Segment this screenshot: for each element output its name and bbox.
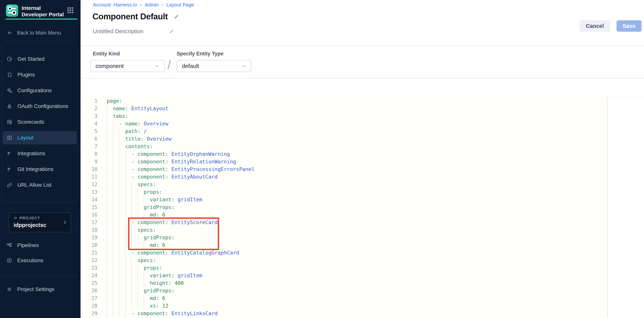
code-text: gridProps: bbox=[102, 203, 174, 211]
code-line[interactable]: 29 - component: EntityLinksCard bbox=[80, 310, 607, 317]
code-line[interactable]: 21 - component: EntityCatalogGraphCard bbox=[80, 249, 607, 256]
code-line[interactable]: 7 contents: bbox=[80, 143, 607, 150]
code-line[interactable]: 28 xs: 12 bbox=[80, 302, 607, 310]
sidebar-item-label: Get Started bbox=[18, 56, 44, 62]
code-text: variant: gridItem bbox=[102, 196, 202, 203]
breadcrumb-item[interactable]: Admin bbox=[144, 2, 159, 8]
code-line[interactable]: 9 - component: EntityRelationWarning bbox=[80, 158, 607, 165]
gears-icon bbox=[6, 88, 12, 94]
code-line[interactable]: 25 height: 400 bbox=[80, 279, 607, 287]
line-number: 28 bbox=[80, 302, 102, 310]
code-line[interactable]: 11 - component: EntityAboutCard bbox=[80, 173, 607, 181]
code-text: - component: EntityProcessingErrorsPanel bbox=[102, 165, 254, 173]
entity-type-value: default bbox=[182, 63, 241, 69]
sidebar-item-integrations[interactable]: Integrations bbox=[3, 147, 76, 160]
entity-kind-select[interactable]: component bbox=[90, 60, 164, 72]
line-number: 18 bbox=[80, 226, 102, 234]
line-number: 10 bbox=[80, 165, 102, 173]
breadcrumb-separator: › bbox=[140, 2, 142, 8]
code-line[interactable]: 22 specs: bbox=[80, 256, 607, 264]
entity-kind-label: Entity Kind bbox=[93, 51, 120, 57]
code-line[interactable]: 27 md: 6 bbox=[80, 294, 607, 302]
code-line[interactable]: 14 variant: gridItem bbox=[80, 196, 607, 203]
code-line[interactable]: 8 - component: EntityOrphanWarning bbox=[80, 150, 607, 158]
code-line[interactable]: 24 variant: gridItem bbox=[80, 272, 607, 279]
sidebar-item-configurations[interactable]: Configurations bbox=[3, 84, 76, 97]
line-number: 21 bbox=[80, 249, 102, 256]
code-text: props: bbox=[102, 264, 162, 272]
back-to-main-menu[interactable]: Back to Main Menu bbox=[7, 29, 61, 37]
line-number: 27 bbox=[80, 294, 102, 302]
code-text: md: 6 bbox=[102, 294, 165, 302]
code-line[interactable]: 26 gridProps: bbox=[80, 287, 607, 294]
app-logo-icon bbox=[6, 5, 18, 17]
sidebar-item-oauth-configurations[interactable]: OAuth Configurations bbox=[3, 100, 76, 113]
project-name: idpprojectsc bbox=[14, 222, 67, 228]
line-number: 20 bbox=[80, 241, 102, 249]
line-number: 1 bbox=[80, 97, 102, 105]
back-to-main-menu-label: Back to Main Menu bbox=[17, 30, 61, 36]
code-line[interactable]: 6 title: Overview bbox=[80, 135, 607, 143]
line-number: 7 bbox=[80, 143, 102, 150]
line-number: 6 bbox=[80, 135, 102, 143]
code-text: props: bbox=[102, 188, 162, 196]
code-line[interactable]: 5 path: / bbox=[80, 128, 607, 135]
code-text: - component: EntityCatalogGraphCard bbox=[102, 249, 239, 256]
line-number: 12 bbox=[80, 181, 102, 188]
code-line[interactable]: 23 props: bbox=[80, 264, 607, 272]
code-text: path: / bbox=[102, 128, 147, 135]
edit-description-pencil-icon[interactable] bbox=[169, 29, 174, 34]
code-line[interactable]: 10 - component: EntityProcessingErrorsPa… bbox=[80, 165, 607, 173]
sidebar-item-label: Layout bbox=[18, 135, 33, 141]
edit-title-pencil-icon[interactable] bbox=[173, 13, 180, 20]
code-line[interactable]: 1page: bbox=[80, 97, 607, 105]
page-description: Unititled Description bbox=[93, 28, 144, 35]
sidebar-nav: Get StartedPluginsConfigurationsOAuth Co… bbox=[2, 42, 77, 202]
code-line[interactable]: 13 props: bbox=[80, 188, 607, 196]
code-line[interactable]: 12 specs: bbox=[80, 181, 607, 188]
breadcrumb-separator: › bbox=[162, 2, 163, 8]
sidebar-item-project-settings[interactable]: Project Settings bbox=[2, 283, 77, 296]
main-content: Account: Harness.io›Admin›Layout Page Co… bbox=[80, 0, 644, 318]
executions-icon bbox=[6, 257, 12, 263]
entity-type-label: Specify Entity Type bbox=[177, 51, 224, 57]
breadcrumb-item[interactable]: Account: Harness.io bbox=[93, 2, 137, 8]
line-number: 19 bbox=[80, 234, 102, 241]
cancel-button[interactable]: Cancel bbox=[579, 20, 610, 32]
sidebar-item-get-started[interactable]: Get Started bbox=[3, 52, 76, 66]
app-logo-row: Internal Developer Portal bbox=[6, 5, 65, 18]
code-text: - name: Overview bbox=[102, 120, 168, 128]
line-number: 15 bbox=[80, 203, 102, 211]
code-line[interactable]: 15 gridProps: bbox=[80, 203, 607, 211]
sidebar-bottom-nav: PipelinesExecutions bbox=[2, 239, 77, 269]
sidebar-item-executions[interactable]: Executions bbox=[2, 254, 77, 267]
kind-type-separator: / bbox=[168, 58, 171, 72]
breadcrumb: Account: Harness.io›Admin›Layout Page bbox=[93, 2, 194, 8]
code-text: - component: EntityAboutCard bbox=[102, 173, 218, 181]
brand-divider bbox=[6, 19, 77, 20]
breadcrumb-item[interactable]: Layout Page bbox=[166, 2, 194, 8]
yaml-editor[interactable]: 1page:2 name: EntityLayout3 tabs:4 - nam… bbox=[80, 97, 608, 318]
save-button[interactable]: Save bbox=[616, 20, 642, 32]
entity-type-select[interactable]: default bbox=[177, 60, 251, 72]
sidebar-item-plugins[interactable]: Plugins bbox=[3, 68, 76, 81]
sidebar-item-git-integrations[interactable]: Git Integrations bbox=[3, 163, 76, 176]
sidebar: Internal Developer Portal Back to Main M… bbox=[0, 0, 80, 318]
line-number: 2 bbox=[80, 105, 102, 112]
module-grid-icon[interactable] bbox=[67, 7, 74, 14]
sidebar-item-url-allow-list[interactable]: URL Allow List bbox=[3, 178, 76, 192]
sidebar-item-scorecards[interactable]: Scorecards bbox=[3, 115, 76, 129]
sidebar-item-pipelines[interactable]: Pipelines bbox=[2, 239, 77, 252]
code-line[interactable]: 3 tabs: bbox=[80, 112, 607, 120]
code-line[interactable]: 4 - name: Overview bbox=[80, 120, 607, 128]
sidebar-item-layout[interactable]: Layout bbox=[3, 131, 76, 144]
project-selector[interactable]: PROJECT idpprojectsc bbox=[8, 212, 71, 232]
code-text: specs: bbox=[102, 181, 156, 188]
code-lines: 1page:2 name: EntityLayout3 tabs:4 - nam… bbox=[80, 97, 607, 317]
code-text: - component: EntityRelationWarning bbox=[102, 158, 236, 165]
line-number: 16 bbox=[80, 211, 102, 219]
line-number: 8 bbox=[80, 150, 102, 158]
chevron-right-icon bbox=[62, 220, 68, 225]
code-line[interactable]: 2 name: EntityLayout bbox=[80, 105, 607, 112]
sidebar-item-label: Plugins bbox=[18, 72, 35, 78]
